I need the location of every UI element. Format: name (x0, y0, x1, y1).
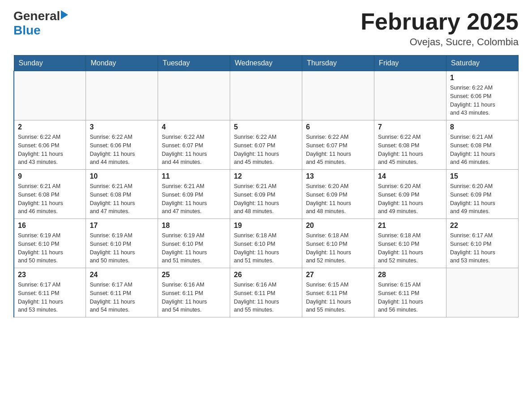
weekday-header-friday: Friday (374, 56, 446, 71)
week-row-4: 16Sunrise: 6:19 AM Sunset: 6:10 PM Dayli… (14, 219, 519, 268)
day-number: 13 (306, 172, 370, 180)
calendar-cell (446, 268, 519, 317)
calendar-cell (86, 71, 158, 120)
calendar-cell: 9Sunrise: 6:21 AM Sunset: 6:08 PM Daylig… (14, 170, 86, 219)
title-area: February 2025 Ovejas, Sucre, Colombia (360, 9, 519, 48)
day-number: 22 (450, 222, 515, 230)
calendar-cell: 12Sunrise: 6:21 AM Sunset: 6:09 PM Dayli… (230, 170, 302, 219)
calendar-cell: 23Sunrise: 6:17 AM Sunset: 6:11 PM Dayli… (14, 268, 86, 317)
calendar-subtitle: Ovejas, Sucre, Colombia (360, 36, 519, 48)
calendar-cell: 28Sunrise: 6:15 AM Sunset: 6:11 PM Dayli… (374, 268, 446, 317)
week-row-3: 9Sunrise: 6:21 AM Sunset: 6:08 PM Daylig… (14, 170, 519, 219)
calendar-cell: 14Sunrise: 6:20 AM Sunset: 6:09 PM Dayli… (374, 170, 446, 219)
calendar-cell: 19Sunrise: 6:18 AM Sunset: 6:10 PM Dayli… (230, 219, 302, 268)
day-info: Sunrise: 6:21 AM Sunset: 6:09 PM Dayligh… (234, 182, 298, 216)
calendar-cell: 20Sunrise: 6:18 AM Sunset: 6:10 PM Dayli… (302, 219, 374, 268)
calendar-cell: 24Sunrise: 6:17 AM Sunset: 6:11 PM Dayli… (86, 268, 158, 317)
day-number: 24 (90, 271, 154, 279)
week-row-1: 1Sunrise: 6:22 AM Sunset: 6:06 PM Daylig… (14, 71, 519, 120)
day-info: Sunrise: 6:21 AM Sunset: 6:08 PM Dayligh… (18, 182, 82, 216)
day-info: Sunrise: 6:22 AM Sunset: 6:07 PM Dayligh… (162, 133, 226, 167)
day-info: Sunrise: 6:19 AM Sunset: 6:10 PM Dayligh… (90, 231, 154, 265)
day-number: 25 (162, 271, 226, 279)
day-number: 5 (234, 123, 298, 131)
calendar-cell: 18Sunrise: 6:19 AM Sunset: 6:10 PM Dayli… (158, 219, 230, 268)
day-info: Sunrise: 6:21 AM Sunset: 6:08 PM Dayligh… (90, 182, 154, 216)
calendar-cell: 15Sunrise: 6:20 AM Sunset: 6:09 PM Dayli… (446, 170, 519, 219)
day-number: 26 (234, 271, 298, 279)
day-info: Sunrise: 6:21 AM Sunset: 6:08 PM Dayligh… (450, 133, 515, 167)
day-number: 1 (450, 74, 515, 82)
week-row-5: 23Sunrise: 6:17 AM Sunset: 6:11 PM Dayli… (14, 268, 519, 317)
day-info: Sunrise: 6:16 AM Sunset: 6:11 PM Dayligh… (234, 281, 298, 314)
day-number: 9 (18, 172, 82, 180)
day-info: Sunrise: 6:21 AM Sunset: 6:09 PM Dayligh… (162, 182, 226, 216)
day-number: 28 (378, 271, 442, 279)
day-number: 20 (306, 222, 370, 230)
day-info: Sunrise: 6:20 AM Sunset: 6:09 PM Dayligh… (378, 182, 442, 216)
logo-arrow-icon (61, 10, 68, 21)
calendar-cell: 22Sunrise: 6:17 AM Sunset: 6:10 PM Dayli… (446, 219, 519, 268)
calendar-cell: 10Sunrise: 6:21 AM Sunset: 6:08 PM Dayli… (86, 170, 158, 219)
day-info: Sunrise: 6:17 AM Sunset: 6:11 PM Dayligh… (18, 281, 82, 314)
day-info: Sunrise: 6:20 AM Sunset: 6:09 PM Dayligh… (306, 182, 370, 216)
calendar-cell (302, 71, 374, 120)
day-info: Sunrise: 6:15 AM Sunset: 6:11 PM Dayligh… (378, 281, 442, 314)
day-info: Sunrise: 6:19 AM Sunset: 6:10 PM Dayligh… (18, 231, 82, 265)
day-info: Sunrise: 6:18 AM Sunset: 6:10 PM Dayligh… (306, 231, 370, 265)
day-info: Sunrise: 6:17 AM Sunset: 6:10 PM Dayligh… (450, 231, 515, 265)
svg-marker-0 (61, 10, 68, 19)
calendar-cell: 16Sunrise: 6:19 AM Sunset: 6:10 PM Dayli… (14, 219, 86, 268)
day-number: 3 (90, 123, 154, 131)
day-number: 18 (162, 222, 226, 230)
calendar-cell: 6Sunrise: 6:22 AM Sunset: 6:07 PM Daylig… (302, 120, 374, 170)
calendar-cell: 5Sunrise: 6:22 AM Sunset: 6:07 PM Daylig… (230, 120, 302, 170)
calendar-cell: 13Sunrise: 6:20 AM Sunset: 6:09 PM Dayli… (302, 170, 374, 219)
day-number: 19 (234, 222, 298, 230)
weekday-header-sunday: Sunday (14, 56, 86, 71)
day-info: Sunrise: 6:22 AM Sunset: 6:07 PM Dayligh… (234, 133, 298, 167)
day-number: 15 (450, 172, 515, 180)
calendar-cell (374, 71, 446, 120)
weekday-header-wednesday: Wednesday (230, 56, 302, 71)
calendar-cell: 4Sunrise: 6:22 AM Sunset: 6:07 PM Daylig… (158, 120, 230, 170)
calendar-cell: 25Sunrise: 6:16 AM Sunset: 6:11 PM Dayli… (158, 268, 230, 317)
day-info: Sunrise: 6:18 AM Sunset: 6:10 PM Dayligh… (378, 231, 442, 265)
day-number: 2 (18, 123, 82, 131)
day-info: Sunrise: 6:18 AM Sunset: 6:10 PM Dayligh… (234, 231, 298, 265)
calendar-cell (14, 71, 86, 120)
day-number: 17 (90, 222, 154, 230)
day-number: 11 (162, 172, 226, 180)
weekday-header-row: SundayMondayTuesdayWednesdayThursdayFrid… (14, 56, 519, 71)
day-info: Sunrise: 6:22 AM Sunset: 6:06 PM Dayligh… (90, 133, 154, 167)
day-info: Sunrise: 6:20 AM Sunset: 6:09 PM Dayligh… (450, 182, 515, 216)
calendar-cell (230, 71, 302, 120)
day-info: Sunrise: 6:22 AM Sunset: 6:08 PM Dayligh… (378, 133, 442, 167)
weekday-header-thursday: Thursday (302, 56, 374, 71)
day-number: 21 (378, 222, 442, 230)
day-info: Sunrise: 6:15 AM Sunset: 6:11 PM Dayligh… (306, 281, 370, 314)
calendar-cell: 27Sunrise: 6:15 AM Sunset: 6:11 PM Dayli… (302, 268, 374, 317)
calendar-cell: 8Sunrise: 6:21 AM Sunset: 6:08 PM Daylig… (446, 120, 519, 170)
day-number: 8 (450, 123, 515, 131)
day-number: 14 (378, 172, 442, 180)
day-info: Sunrise: 6:22 AM Sunset: 6:06 PM Dayligh… (18, 133, 82, 167)
day-number: 4 (162, 123, 226, 131)
calendar-table: SundayMondayTuesdayWednesdayThursdayFrid… (13, 55, 519, 317)
week-row-2: 2Sunrise: 6:22 AM Sunset: 6:06 PM Daylig… (14, 120, 519, 170)
day-info: Sunrise: 6:16 AM Sunset: 6:11 PM Dayligh… (162, 281, 226, 314)
day-info: Sunrise: 6:22 AM Sunset: 6:07 PM Dayligh… (306, 133, 370, 167)
logo-general-text: General (13, 9, 60, 23)
calendar-cell: 2Sunrise: 6:22 AM Sunset: 6:06 PM Daylig… (14, 120, 86, 170)
calendar-cell: 7Sunrise: 6:22 AM Sunset: 6:08 PM Daylig… (374, 120, 446, 170)
calendar-cell: 1Sunrise: 6:22 AM Sunset: 6:06 PM Daylig… (446, 71, 519, 120)
calendar-title: February 2025 (360, 9, 519, 34)
page-header: General Blue February 2025 Ovejas, Sucre… (13, 9, 519, 48)
day-number: 27 (306, 271, 370, 279)
logo-blue-text: Blue (13, 23, 41, 37)
day-info: Sunrise: 6:17 AM Sunset: 6:11 PM Dayligh… (90, 281, 154, 314)
day-number: 7 (378, 123, 442, 131)
calendar-cell: 21Sunrise: 6:18 AM Sunset: 6:10 PM Dayli… (374, 219, 446, 268)
weekday-header-tuesday: Tuesday (158, 56, 230, 71)
day-info: Sunrise: 6:19 AM Sunset: 6:10 PM Dayligh… (162, 231, 226, 265)
